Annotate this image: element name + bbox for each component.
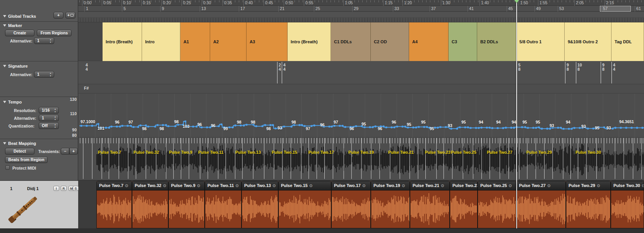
- marker-region[interactable]: C2 OD: [371, 22, 409, 61]
- playhead-marker-icon[interactable]: [514, 0, 519, 3]
- marker-region[interactable]: C1 DDLs: [331, 22, 371, 61]
- beat-mapping-region-label[interactable]: Pulse Two.19: [348, 150, 374, 155]
- disclosure-triangle-icon[interactable]: [3, 142, 6, 145]
- signature-event[interactable]: 4 4: [283, 63, 286, 71]
- audio-region[interactable]: Pulse Two.23⊙: [450, 181, 478, 228]
- marker-region[interactable]: A1: [180, 22, 210, 61]
- audio-region-name[interactable]: Pulse Two.21⊙: [410, 181, 449, 190]
- audio-region[interactable]: Pulse Two.19⊙: [371, 181, 410, 228]
- marker-alternative-stepper[interactable]: 1▲▼: [34, 37, 54, 44]
- audio-region-name[interactable]: Pulse Two.30⊙: [611, 181, 644, 190]
- add-global-track-button[interactable]: +: [53, 12, 63, 19]
- beat-mapping-region-label[interactable]: Pulse Two.32: [134, 150, 159, 155]
- configure-global-tracks-button[interactable]: +: [65, 12, 75, 19]
- beat-mapping-region-label[interactable]: Pulse Two.30: [575, 150, 601, 155]
- track-name[interactable]: Didj 1: [27, 186, 39, 191]
- marker-region[interactable]: Tag DDL: [611, 22, 644, 61]
- tempo-resolution-stepper[interactable]: 1/16▲▼: [39, 107, 59, 114]
- signature-lane-bg[interactable]: [78, 61, 644, 84]
- audio-region-name[interactable]: Pulse Two.13⊙: [242, 181, 278, 190]
- beat-detect-button[interactable]: Detect: [5, 148, 34, 155]
- marker-region[interactable]: Intro (Breath): [288, 22, 331, 61]
- disclosure-triangle-icon[interactable]: [3, 65, 6, 67]
- audio-region[interactable]: Pulse Two.30⊙: [611, 181, 644, 228]
- signature-alternative-stepper[interactable]: 1▲▼: [34, 71, 54, 78]
- beat-mapping-region-label[interactable]: Pulse Two.11: [198, 150, 223, 155]
- tempo-quantization-stepper[interactable]: Off▲▼: [39, 122, 59, 129]
- marker-region[interactable]: B2 DDLs: [477, 22, 516, 61]
- audio-region[interactable]: Pulse Two.17⊙: [331, 181, 371, 228]
- marker-region[interactable]: A2: [210, 22, 247, 61]
- transients-minus-button[interactable]: −: [61, 148, 69, 155]
- beat-mapping-region-label[interactable]: Pulse Two.25: [451, 150, 476, 155]
- marker-region[interactable]: Intro (Breath): [103, 22, 142, 61]
- beat-mapping-waveform[interactable]: [78, 138, 644, 180]
- audio-region-name[interactable]: Pulse Two.9⊙: [169, 181, 204, 190]
- audio-region[interactable]: Pulse Two.15⊙: [278, 181, 331, 228]
- stepper-arrows-icon[interactable]: ▲▼: [54, 108, 56, 113]
- marker-create-button[interactable]: Create: [5, 30, 34, 36]
- strip-tick: [224, 18, 224, 22]
- signature-event[interactable]: 10 8: [577, 63, 582, 71]
- marker-region[interactable]: 9&10/8 Outro 2: [565, 22, 611, 61]
- tempo-alternative-stepper[interactable]: 1▲▼: [39, 115, 59, 121]
- audio-region-name[interactable]: Pulse Two.23⊙: [450, 181, 477, 190]
- marker-region[interactable]: 5/8 Outro 1: [516, 22, 565, 61]
- signature-event[interactable]: 4 4: [613, 63, 615, 71]
- beats-from-region-button[interactable]: Beats from Region: [5, 156, 48, 163]
- audio-region[interactable]: Pulse Two.9⊙: [168, 181, 205, 228]
- track-record-enable-button[interactable]: R: [61, 186, 67, 191]
- audio-region[interactable]: Pulse Two.7⊙: [96, 181, 132, 228]
- disclosure-triangle-icon[interactable]: [3, 24, 6, 27]
- transients-plus-button[interactable]: +: [69, 148, 78, 155]
- audio-region[interactable]: Pulse Two.11⊙: [205, 181, 242, 228]
- audio-region-name[interactable]: Pulse Two.11⊙: [205, 181, 241, 190]
- stepper-arrows-icon[interactable]: ▲▼: [50, 38, 51, 44]
- track-input-monitor-button[interactable]: I: [53, 186, 59, 191]
- disclosure-triangle-icon[interactable]: [3, 15, 6, 17]
- beat-mapping-region-label[interactable]: Pulse Two.21: [388, 150, 414, 155]
- audio-region-name[interactable]: Pulse Two.25⊙: [478, 181, 516, 190]
- audio-region[interactable]: Pulse Two.13⊙: [242, 181, 278, 228]
- signature-event[interactable]: 9 8: [567, 63, 569, 71]
- audio-region[interactable]: Pulse Two.29⊙: [566, 181, 611, 228]
- beat-mapping-region-label[interactable]: Pulse Two.15: [272, 150, 297, 155]
- stepper-arrows-icon[interactable]: ▲▼: [54, 116, 56, 121]
- beat-mapping-region-label[interactable]: Pulse Two.27: [487, 150, 512, 155]
- audio-region-name[interactable]: Pulse Two.27⊙: [517, 181, 565, 190]
- audio-region[interactable]: Pulse Two.32⊙: [132, 181, 168, 228]
- track-solo-button[interactable]: S: [73, 186, 79, 191]
- key-signature-row-bg[interactable]: [78, 84, 644, 94]
- audio-region[interactable]: Pulse Two.21⊙: [410, 181, 450, 228]
- marker-region[interactable]: A4: [409, 22, 449, 61]
- beat-mapping-region-label[interactable]: Pulse Two.7: [98, 150, 121, 155]
- marker-from-regions-button[interactable]: From Regions: [37, 30, 72, 36]
- disclosure-triangle-icon[interactable]: [3, 101, 6, 103]
- stepper-arrows-icon[interactable]: ▲▼: [54, 123, 56, 129]
- track-header-didj[interactable]: 1 Didj 1 I R M S: [0, 180, 78, 228]
- signature-event[interactable]: 2 4: [279, 63, 281, 71]
- audio-region[interactable]: Pulse Two.25⊙: [478, 181, 516, 228]
- beat-mapping-region-label[interactable]: Pulse Two.9: [169, 150, 192, 155]
- stepper-arrows-icon[interactable]: ▲▼: [50, 72, 51, 77]
- beat-mapping-region-label[interactable]: Pulse Two.13: [235, 150, 261, 155]
- beat-mapping-region-label[interactable]: Pulse Two.17: [308, 150, 334, 155]
- audio-region[interactable]: Pulse Two.27⊙: [516, 181, 566, 228]
- signature-event[interactable]: 9 8: [602, 63, 605, 71]
- beat-mapping-region-label[interactable]: Pulse Two.23: [425, 150, 450, 155]
- audio-region-name[interactable]: Pulse Two.17⊙: [332, 181, 370, 190]
- audio-region-name[interactable]: Pulse Two.19⊙: [371, 181, 409, 190]
- marker-region[interactable]: Intro: [142, 22, 180, 61]
- audio-region-name[interactable]: Pulse Two.15⊙: [279, 181, 331, 190]
- protect-midi-checkbox[interactable]: [5, 165, 10, 170]
- signature-event[interactable]: 4 4: [86, 63, 88, 71]
- marker-region[interactable]: C3: [449, 22, 477, 61]
- signature-event[interactable]: 5 8: [518, 63, 521, 71]
- key-signature-label[interactable]: F#: [84, 86, 89, 90]
- marker-region[interactable]: A3: [247, 22, 288, 61]
- audio-region-name[interactable]: Pulse Two.29⊙: [566, 181, 610, 190]
- playhead-line[interactable]: [516, 0, 517, 228]
- audio-region-name[interactable]: Pulse Two.7⊙: [97, 181, 132, 190]
- beat-mapping-region-label[interactable]: Pulse Two.29: [526, 150, 552, 155]
- audio-region-name[interactable]: Pulse Two.32⊙: [132, 181, 168, 190]
